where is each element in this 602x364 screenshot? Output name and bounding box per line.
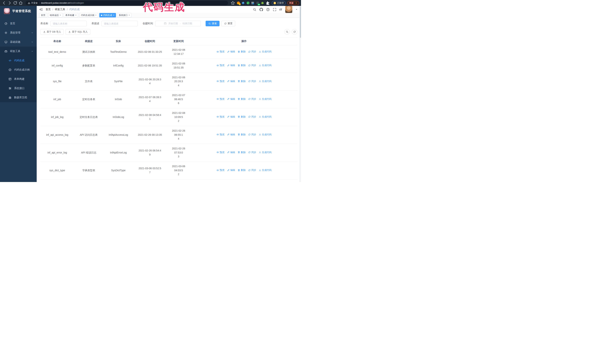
close-icon[interactable]: × (113, 14, 114, 16)
trash-icon (238, 98, 240, 100)
action-edit-link[interactable]: 编辑 (227, 50, 235, 53)
github-icon[interactable] (259, 8, 263, 11)
close-icon[interactable]: × (95, 14, 97, 16)
action-preview-link[interactable]: 预览 (216, 115, 225, 119)
update-button[interactable]: 更新 ⋮ (287, 1, 299, 5)
action-sync-link[interactable]: 同步 (248, 50, 256, 53)
extension-icon[interactable] (261, 1, 264, 5)
action-preview-link[interactable]: 预览 (216, 63, 225, 67)
search-button[interactable]: 搜索 (206, 21, 219, 26)
action-preview-link[interactable]: 预览 (216, 151, 225, 154)
action-edit-link[interactable]: 编辑 (227, 133, 235, 136)
security-warning[interactable]: 不安全 (28, 1, 38, 5)
extension-icon[interactable]: ✓ (246, 1, 249, 5)
profile-paused-pill[interactable]: 已暂停 (272, 1, 286, 5)
action-delete-link[interactable]: 删除 (238, 63, 246, 67)
action-delete-link[interactable]: 删除 (238, 168, 246, 172)
sidebar-item-dashboard[interactable]: 首页 (0, 19, 37, 28)
address-bar[interactable]: 不安全 dashboard.yudao.iocoder.cn/tool/code… (26, 1, 228, 5)
action-delete-link[interactable]: 删除 (238, 151, 246, 154)
home-icon[interactable] (19, 1, 23, 5)
action-preview-link[interactable]: 预览 (216, 97, 225, 101)
tab-首页[interactable]: 首页 (39, 13, 47, 17)
action-preview-link[interactable]: 预览 (216, 133, 225, 136)
extension-icon[interactable]: 1 (237, 1, 240, 5)
action-sync-link[interactable]: 同步 (248, 79, 256, 83)
puzzle-icon[interactable] (266, 1, 270, 5)
sidebar-subitem-database[interactable]: 数据库文档 (0, 93, 37, 102)
bookmark-star-icon[interactable] (231, 1, 235, 5)
action-preview-link[interactable]: 预览 (216, 79, 225, 83)
action-edit-link[interactable]: 编辑 (227, 63, 235, 67)
action-edit-link[interactable]: 编辑 (227, 115, 235, 119)
action-delete-link[interactable]: 删除 (238, 133, 246, 136)
action-generate-code-link[interactable]: 生成代码 (259, 97, 271, 101)
sidebar-item-monitor[interactable]: 基础设施 (0, 37, 37, 47)
action-edit-link[interactable]: 编辑 (227, 97, 235, 101)
action-delete-link[interactable]: 删除 (238, 50, 246, 53)
action-preview-link[interactable]: 预览 (216, 168, 225, 172)
font-size-icon[interactable]: tT (280, 8, 282, 11)
action-sync-link[interactable]: 同步 (248, 115, 256, 119)
search-icon[interactable] (253, 8, 256, 11)
sidebar-subitem-sliders[interactable]: 系统接口 (0, 84, 37, 93)
extension-icon[interactable] (242, 1, 245, 5)
action-delete-link[interactable]: 删除 (238, 97, 246, 101)
chevron-down-icon[interactable] (295, 8, 298, 10)
toggle-search-button[interactable] (284, 29, 290, 35)
hamburger-icon[interactable] (39, 8, 43, 11)
breadcrumb-item[interactable]: 首页 (46, 8, 51, 11)
action-generate-code-link[interactable]: 生成代码 (259, 79, 271, 83)
tab-系统接口[interactable]: 系统接口× (117, 13, 131, 17)
avatar[interactable] (285, 6, 292, 13)
tab-代码生成[interactable]: 代码生成× (99, 13, 116, 17)
date-range-picker[interactable]: 开始日期 - 结束日期 (155, 21, 201, 26)
action-delete-link[interactable]: 删除 (238, 79, 246, 83)
action-edit-link[interactable]: 编辑 (227, 151, 235, 154)
scrollbar-thumb[interactable] (300, 6, 301, 38)
tab-代码生成示例[interactable]: 代码生成示例× (79, 13, 98, 17)
sidebar-item-tools[interactable]: 研发工具 (0, 47, 37, 56)
breadcrumb-item[interactable]: 研发工具 (55, 8, 65, 11)
sidebar-subitem-form[interactable]: 表单构建 (0, 74, 37, 84)
extension-icon[interactable] (251, 1, 254, 5)
import-sql-button[interactable]: 基于 SQL 导入 (65, 29, 90, 35)
action-generate-code-link[interactable]: 生成代码 (259, 115, 271, 119)
action-generate-code-link[interactable]: 生成代码 (259, 133, 271, 136)
reload-icon[interactable] (13, 1, 17, 5)
close-icon[interactable]: × (75, 14, 76, 16)
tab-链路追踪[interactable]: 链路追踪× (48, 13, 63, 17)
close-icon[interactable]: × (60, 14, 61, 16)
action-sync-link[interactable]: 同步 (248, 63, 256, 67)
action-sync-link[interactable]: 同步 (248, 168, 256, 172)
sidebar-subitem-badgecheck[interactable]: 代码生成示例 (0, 65, 37, 74)
action-generate-code-link[interactable]: 生成代码 (259, 151, 271, 154)
sidebar-item-gear[interactable]: 系统管理 (0, 28, 37, 37)
app-logo[interactable]: 芋道管理系统 (0, 6, 37, 16)
refresh-table-button[interactable] (292, 29, 297, 35)
help-icon[interactable] (266, 8, 270, 11)
action-sync-link[interactable]: 同步 (248, 151, 256, 154)
action-edit-link[interactable]: 编辑 (227, 79, 235, 83)
extension-icon[interactable]: on (256, 1, 259, 5)
page-scrollbar[interactable] (300, 6, 301, 182)
action-generate-code-link[interactable]: 生成代码 (259, 50, 271, 53)
import-db-button[interactable]: 基于 DB 导入 (40, 29, 64, 35)
action-preview-link[interactable]: 预览 (216, 50, 225, 53)
action-sync-link[interactable]: 同步 (248, 133, 256, 136)
sidebar-subitem-code[interactable]: 代码生成 (0, 56, 37, 65)
table-name-input[interactable] (50, 21, 87, 26)
back-icon[interactable] (2, 1, 6, 5)
tab-表单构建[interactable]: 表单构建× (64, 13, 78, 17)
table-desc-input[interactable] (101, 21, 138, 26)
forward-icon[interactable] (7, 1, 12, 5)
fullscreen-icon[interactable] (273, 8, 276, 11)
action-edit-link[interactable]: 编辑 (227, 168, 235, 172)
action-generate-code-link[interactable]: 生成代码 (259, 168, 271, 172)
action-sync-link[interactable]: 同步 (248, 97, 256, 101)
trash-icon (238, 151, 240, 154)
action-generate-code-link[interactable]: 生成代码 (259, 63, 271, 67)
close-icon[interactable]: × (129, 14, 130, 16)
action-delete-link[interactable]: 删除 (238, 115, 246, 119)
reset-button[interactable]: 重置 (221, 21, 235, 26)
